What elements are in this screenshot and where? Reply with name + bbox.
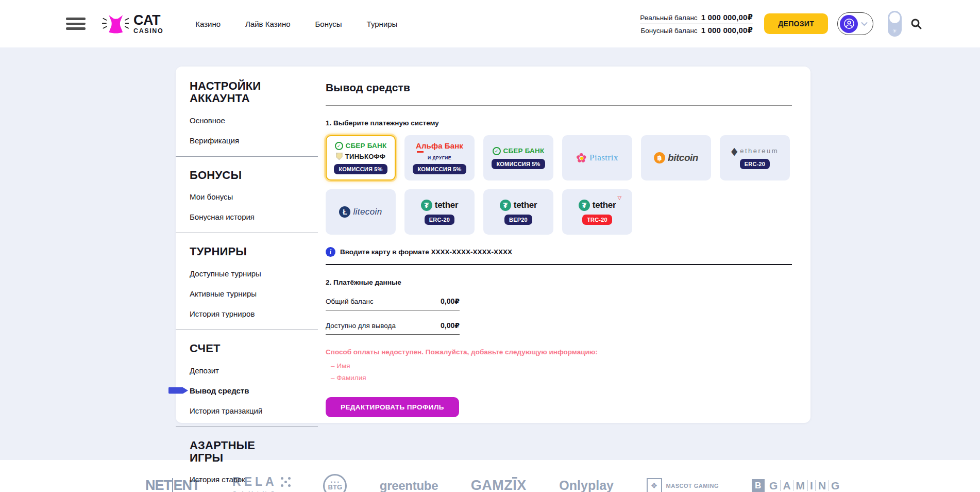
payment-method-alfabank[interactable]: Альфа БанкИ ДРУГИЕКОМИССИЯ 5% xyxy=(404,135,475,181)
sidebar-item[interactable]: Основное xyxy=(190,116,225,125)
theme-toggle[interactable]: ☀ xyxy=(888,11,902,37)
sidebar-section-title: СЧЕТ xyxy=(190,342,290,355)
bgaming-b-icon: B xyxy=(752,479,765,492)
payment-method-litecoin[interactable]: Łlitecoin xyxy=(326,189,396,235)
balance-row: Реальный баланс1 000 000,00₽ xyxy=(640,11,753,24)
step2-label: 2. Платёжные данные xyxy=(326,278,792,286)
sidebar-item[interactable]: Бонусная история xyxy=(190,212,255,221)
sidebar-item[interactable]: Депозит xyxy=(190,366,219,375)
warning-list: ИмяФамилия xyxy=(326,362,792,382)
sidebar-section-title: АЗАРТНЫЕ ИГРЫ xyxy=(190,439,290,464)
search-button[interactable] xyxy=(910,18,922,30)
balance-value: 1 000 000,00₽ xyxy=(701,26,753,35)
sidebar-item[interactable]: Мои бонусы xyxy=(190,192,233,201)
profile-menu[interactable] xyxy=(837,12,873,35)
providers-footer: NETENTRELAGAMING★★★BTGgreentubeGAMZIXOnl… xyxy=(0,460,980,492)
btg-label: BTG xyxy=(328,484,342,490)
payment-method-ethereum-erc20[interactable]: ◆ethereumERC-20 xyxy=(720,135,790,181)
gamzix-i-mark: I xyxy=(513,478,517,492)
tether-coin-icon: ₮ xyxy=(500,200,511,211)
piastrix-flower-icon: ✿ xyxy=(576,152,587,165)
content-area: НАСТРОЙКИ АККАУНТАОсновноеВерификацияБОН… xyxy=(0,67,980,460)
litecoin-coin-icon: Ł xyxy=(339,206,350,218)
tether-coin-icon: ₮ xyxy=(579,200,590,211)
payment-method-tether-bep20[interactable]: ₮tetherBEP20 xyxy=(483,189,553,235)
sber-label: СБЕР БАНК xyxy=(346,142,387,150)
divider xyxy=(326,105,792,106)
deposit-button[interactable]: ДЕПОЗИТ xyxy=(764,13,828,34)
alfa-sub-label: И ДРУГИЕ xyxy=(428,155,451,160)
sidebar-divider xyxy=(176,427,318,427)
info-icon: i xyxy=(326,247,335,257)
commission-badge: BEP20 xyxy=(504,215,532,225)
balance-label: Бонусный баланс xyxy=(640,27,697,35)
commission-badge: КОМИССИЯ 5% xyxy=(334,164,387,174)
pm-logo-tether: ₮tether xyxy=(421,200,458,211)
litecoin-label: litecoin xyxy=(353,207,382,217)
provider-gamzix[interactable]: GAMZIX xyxy=(471,478,527,492)
provider-btg[interactable]: ★★★BTG xyxy=(323,474,347,492)
menu-button[interactable] xyxy=(66,18,86,30)
nav-item-2[interactable]: Бонусы xyxy=(315,20,342,28)
balance-summary-value: 0,00₽ xyxy=(441,321,460,330)
commission-badge: КОМИССИЯ 5% xyxy=(413,164,466,174)
pm-logo-ethereum: ◆ethereum xyxy=(731,147,779,155)
header: CAT CASINO КазиноЛайв КазиноБонусыТурнир… xyxy=(0,0,980,47)
netent-left: NET xyxy=(145,478,172,492)
balance-rows: Общий баланс0,00₽Доступно для вывода0,00… xyxy=(326,297,792,335)
sidebar-item-active[interactable]: Вывод средств xyxy=(190,386,249,395)
provider-greentube[interactable]: greentube xyxy=(380,479,438,492)
tether-label: tether xyxy=(593,200,616,210)
payment-method-sberbank[interactable]: ✓СБЕР БАНККОМИССИЯ 5% xyxy=(483,135,553,181)
provider-mascot-gaming[interactable]: ❖MASCOT GAMING xyxy=(647,478,719,492)
logo-title: CAT xyxy=(133,13,163,27)
tinkoff-label: ТИНЬКОФФ xyxy=(345,153,385,160)
sber-check-icon: ✓ xyxy=(335,142,343,150)
payment-method-piastrix[interactable]: ✿Piastrix xyxy=(562,135,632,181)
nav-item-0[interactable]: Казино xyxy=(195,20,221,28)
commission-badge: ERC-20 xyxy=(425,215,454,225)
logo[interactable]: CAT CASINO xyxy=(102,12,163,36)
cat-logo-icon xyxy=(102,12,129,36)
balance-summary-row: Доступно для вывода0,00₽ xyxy=(326,321,460,335)
alfa-label: Альфа Банк xyxy=(416,141,463,150)
sber-label: СБЕР БАНК xyxy=(503,147,545,155)
info-text: Вводите карту в формате XXXX-XXXX-XXXX-X… xyxy=(340,248,512,256)
netent-line xyxy=(172,478,173,492)
bitcoin-coin-icon: ฿ xyxy=(654,152,665,163)
provider-onlyplay[interactable]: Onlyplay xyxy=(559,478,614,492)
sidebar-section-title: НАСТРОЙКИ АККАУНТА xyxy=(190,80,290,105)
pm-logo-bitcoin: ฿bitcoin xyxy=(654,152,698,163)
sidebar-item[interactable]: Активные турниры xyxy=(190,289,257,298)
search-icon xyxy=(910,18,922,30)
sidebar-item[interactable]: История турниров xyxy=(190,309,255,318)
payment-method-tether-trc20[interactable]: ₮tether▽TRC-20 xyxy=(562,189,632,235)
balance-panel: Реальный баланс1 000 000,00₽Бонусный бал… xyxy=(640,11,753,37)
ethereum-label: ethereum xyxy=(740,147,779,155)
sidebar-item[interactable]: Доступные турниры xyxy=(190,269,261,278)
balance-summary-row: Общий баланс0,00₽ xyxy=(326,297,460,310)
nav-item-1[interactable]: Лайв Казино xyxy=(245,20,291,28)
account-card: НАСТРОЙКИ АККАУНТАОсновноеВерификацияБОН… xyxy=(176,67,810,423)
warning-item: Фамилия xyxy=(331,374,792,382)
pm-logo-litecoin: Łlitecoin xyxy=(339,206,382,218)
edit-profile-button[interactable]: РЕДАКТИРОВАТЬ ПРОФИЛЬ xyxy=(326,397,459,417)
sidebar-item[interactable]: Верификация xyxy=(190,136,239,145)
page-title: Вывод средств xyxy=(326,81,792,94)
payment-method-tether-erc20[interactable]: ₮tetherERC-20 xyxy=(404,189,475,235)
nav-item-3[interactable]: Турниры xyxy=(367,20,398,28)
sidebar-divider xyxy=(176,156,318,157)
step1-label: 1. Выберите платежную систему xyxy=(326,119,792,127)
withdrawal-main: Вывод средств 1. Выберите платежную сист… xyxy=(326,67,810,423)
logo-subtitle: CASINO xyxy=(133,28,163,35)
provider-bgaming[interactable]: BGAMING xyxy=(752,479,842,492)
payment-method-bitcoin[interactable]: ฿bitcoin xyxy=(641,135,711,181)
alfa-logo: Альфа Банк xyxy=(416,141,463,153)
ethereum-diamond-icon: ◆ xyxy=(731,145,737,156)
sidebar-item[interactable]: История транзакций xyxy=(190,406,262,415)
sidebar-divider xyxy=(176,330,318,330)
sidebar-item[interactable]: История ставок xyxy=(190,475,245,484)
commission-badge: ERC-20 xyxy=(740,159,770,169)
divider-dark xyxy=(326,264,792,265)
payment-method-sberbank-tinkoff[interactable]: ✓СБЕР БАНКТИНЬКОФФКОМИССИЯ 5% xyxy=(326,135,396,181)
